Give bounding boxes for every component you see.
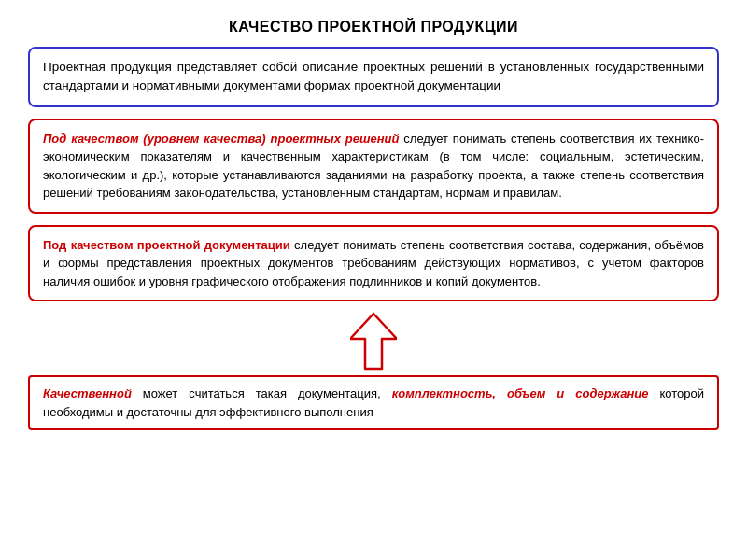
box-qualitative-word2: комплектность, объем и содержание [392, 386, 649, 400]
arrow-container [28, 313, 719, 369]
box-qualitative: Качественной может считаться такая докум… [28, 375, 719, 430]
box-definition: Проектная продукция представляет собой о… [28, 47, 719, 107]
box-quality-decisions: Под качеством (уровнем качества) проектн… [28, 119, 719, 214]
page: КАЧЕСТВО ПРОЕКТНОЙ ПРОДУКЦИИ Проектная п… [0, 0, 747, 560]
box-quality-docs: Под качеством проектной документации сле… [28, 225, 719, 302]
svg-marker-0 [350, 314, 397, 369]
page-title: КАЧЕСТВО ПРОЕКТНОЙ ПРОДУКЦИИ [28, 19, 719, 35]
box-qualitative-word1: Качественной [43, 386, 132, 400]
box-quality-docs-highlight: Под качеством проектной документации [43, 238, 290, 252]
box-quality-decisions-highlight: Под качеством (уровнем качества) проектн… [43, 132, 399, 146]
box-definition-text: Проектная продукция представляет собой о… [43, 60, 704, 92]
box-qualitative-text1: может считаться такая документация, [132, 386, 392, 400]
arrow-up-icon [350, 311, 397, 371]
